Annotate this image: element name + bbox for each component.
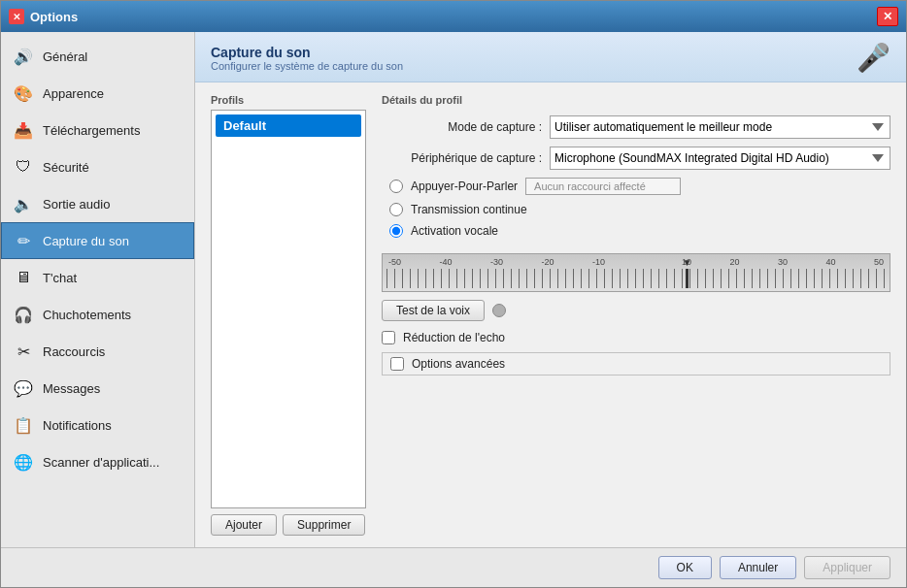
sidebar-label-whispers: Chuchotements	[43, 308, 131, 322]
test-row: Test de la voix	[382, 300, 890, 321]
slider-scale: -50-40-30-20-101020304050	[386, 257, 886, 288]
sidebar-icon-appearance: 🎨	[12, 82, 35, 105]
vad-label: Activation vocale	[411, 224, 498, 238]
title-bar-title: Options	[30, 10, 877, 24]
sidebar-label-scanner: Scanner d'applicati...	[43, 455, 159, 470]
vad-radio[interactable]	[389, 224, 403, 238]
reduction-label: Réduction de l'echo	[403, 331, 505, 344]
sidebar-icon-security: 🛡	[12, 155, 35, 179]
profiles-section: Profils Default Ajouter Supprimer	[211, 94, 366, 536]
reduction-checkbox[interactable]	[382, 331, 395, 344]
title-bar: ✕ Options ✕	[1, 1, 906, 32]
profiles-label: Profils	[211, 94, 366, 106]
sidebar-item-notifications[interactable]: 📋 Notifications	[1, 407, 194, 443]
apply-button[interactable]: Appliquer	[804, 556, 890, 579]
sidebar-item-downloads[interactable]: 📥 Téléchargements	[1, 112, 194, 148]
slider-track[interactable]	[386, 269, 886, 288]
panel-title: Capture du son	[211, 45, 403, 60]
slider-numbers: -50-40-30-20-101020304050	[386, 257, 886, 267]
advanced-row: Options avancées	[382, 352, 890, 376]
ptt-shortcut: Aucun raccourci affecté	[525, 178, 681, 195]
advanced-checkbox[interactable]	[390, 357, 404, 371]
sidebar-label-shortcuts: Raccourcis	[43, 344, 105, 359]
slider-ticks	[386, 269, 886, 288]
window-footer: OK Annuler Appliquer	[1, 547, 906, 587]
capture-mode-row: Mode de capture : Utiliser automatiqueme…	[382, 115, 890, 139]
options-window: ✕ Options ✕ 🔊 Général 🎨 Apparence 📥 Télé…	[0, 0, 907, 588]
sidebar-item-capture[interactable]: ✏ Capture du son	[1, 222, 194, 259]
continuous-radio[interactable]	[389, 203, 403, 216]
panel-body: Profils Default Ajouter Supprimer Détail…	[195, 82, 906, 547]
sidebar-icon-general: 🔊	[12, 45, 35, 68]
capture-mode-label: Mode de capture :	[382, 120, 542, 134]
sidebar-icon-shortcuts: ✂	[12, 340, 35, 363]
continuous-row: Transmission continue	[389, 203, 890, 216]
sidebar-label-downloads: Téléchargements	[43, 123, 140, 138]
sidebar-label-tchat: T'chat	[43, 271, 77, 285]
sidebar-icon-tchat: 🖥	[12, 266, 35, 289]
sidebar-label-notifications: Notifications	[43, 418, 112, 433]
cancel-button[interactable]: Annuler	[720, 556, 796, 579]
sidebar-label-capture: Capture du son	[43, 234, 129, 248]
main-panel: Capture du son Configurer le système de …	[195, 32, 906, 547]
sidebar: 🔊 Général 🎨 Apparence 📥 Téléchargements …	[1, 32, 195, 547]
sidebar-item-shortcuts[interactable]: ✂ Raccourcis	[1, 333, 194, 370]
vad-row: Activation vocale	[389, 224, 890, 238]
sidebar-label-general: Général	[43, 49, 87, 64]
sidebar-label-appearance: Apparence	[43, 86, 104, 101]
sidebar-icon-capture: ✏	[12, 229, 35, 252]
sidebar-item-whispers[interactable]: 🎧 Chuchotements	[1, 296, 194, 333]
sidebar-item-general[interactable]: 🔊 Général	[1, 38, 194, 75]
title-bar-icon: ✕	[9, 9, 24, 24]
ptt-row: Appuyer-Pour-Parler Aucun raccourci affe…	[389, 178, 890, 195]
capture-device-row: Périphérique de capture : Microphone (So…	[382, 147, 890, 170]
capture-device-label: Périphérique de capture :	[382, 151, 542, 165]
advanced-label: Options avancées	[412, 357, 505, 371]
sidebar-label-security: Sécurité	[43, 160, 89, 175]
sidebar-icon-notifications: 📋	[12, 413, 35, 437]
microphone-icon: 🎤	[857, 42, 890, 74]
details-label: Détails du profil	[382, 94, 890, 106]
reduction-row: Réduction de l'echo	[382, 331, 890, 344]
sidebar-icon-scanner: 🌐	[12, 450, 35, 474]
main-content: 🔊 Général 🎨 Apparence 📥 Téléchargements …	[1, 32, 906, 547]
details-section: Détails du profil Mode de capture : Util…	[382, 94, 890, 536]
capture-mode-select[interactable]: Utiliser automatiquement le meilleur mod…	[550, 115, 890, 139]
profiles-list[interactable]: Default	[211, 110, 366, 508]
ptt-label: Appuyer-Pour-Parler	[411, 180, 518, 193]
sidebar-item-tchat[interactable]: 🖥 T'chat	[1, 259, 194, 296]
sidebar-icon-downloads: 📥	[12, 118, 35, 142]
sidebar-icon-messages: 💬	[12, 376, 35, 400]
sidebar-label-messages: Messages	[43, 381, 100, 396]
profiles-buttons: Ajouter Supprimer	[211, 514, 366, 536]
profile-item[interactable]: Default	[216, 114, 361, 137]
sidebar-icon-audio-output: 🔈	[12, 192, 35, 215]
sidebar-item-scanner[interactable]: 🌐 Scanner d'applicati...	[1, 443, 194, 480]
status-indicator	[492, 304, 506, 317]
close-button[interactable]: ✕	[877, 7, 898, 26]
sidebar-icon-whispers: 🎧	[12, 303, 35, 326]
ok-button[interactable]: OK	[658, 556, 712, 579]
add-profile-button[interactable]: Ajouter	[211, 514, 277, 536]
delete-profile-button[interactable]: Supprimer	[283, 514, 365, 536]
ptt-radio[interactable]	[389, 180, 403, 193]
sidebar-item-messages[interactable]: 💬 Messages	[1, 370, 194, 407]
sidebar-label-audio-output: Sortie audio	[43, 197, 110, 212]
vad-slider-container: -50-40-30-20-101020304050	[382, 253, 890, 292]
continuous-label: Transmission continue	[411, 203, 527, 216]
panel-header: Capture du son Configurer le système de …	[195, 32, 906, 82]
sidebar-item-security[interactable]: 🛡 Sécurité	[1, 148, 194, 185]
slider-handle[interactable]	[686, 269, 689, 288]
panel-subtitle: Configurer le système de capture du son	[211, 60, 403, 72]
test-voice-button[interactable]: Test de la voix	[382, 300, 485, 321]
panel-header-text: Capture du son Configurer le système de …	[211, 45, 403, 72]
sidebar-item-appearance[interactable]: 🎨 Apparence	[1, 75, 194, 112]
capture-device-select[interactable]: Microphone (SoundMAX Integrated Digital …	[550, 147, 890, 170]
sidebar-item-audio-output[interactable]: 🔈 Sortie audio	[1, 185, 194, 222]
